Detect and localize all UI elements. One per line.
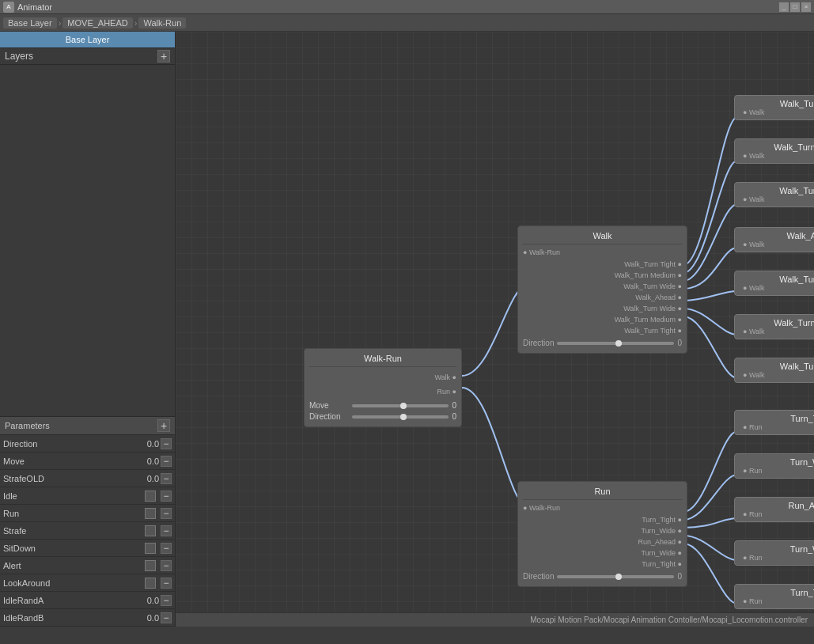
- param-checkbox-run[interactable]: [145, 508, 156, 519]
- state-wtw2-label: Walk_Turn Wide: [743, 275, 814, 284]
- state-turn-wide-1[interactable]: Turn_Wide ● Run: [734, 453, 814, 479]
- walk-direction-value: 0: [677, 339, 682, 347]
- walkrun-move-slider[interactable]: [352, 404, 449, 407]
- param-checkbox-idle[interactable]: [145, 491, 156, 502]
- param-checkbox-lookaround[interactable]: [145, 578, 156, 589]
- state-wtt1-label: Walk_Turn Tight: [743, 99, 814, 108]
- walkrun-dir-label: Direction: [309, 412, 349, 421]
- walk-dir-thumb: [615, 340, 622, 347]
- param-minus-direction[interactable]: −: [161, 438, 172, 449]
- state-wtm1-port: ● Walk: [743, 152, 814, 160]
- state-wtm2-label: Walk_Turn Medium: [743, 318, 814, 328]
- param-minus-idlerandb[interactable]: −: [161, 612, 172, 623]
- run-blend-node[interactable]: Run ● Walk-Run Turn_Tight ● Turn_Wide ● …: [517, 481, 687, 587]
- param-value-direction[interactable]: 0.0: [129, 439, 159, 449]
- maximize-button[interactable]: □: [790, 2, 800, 12]
- breadcrumb-base-layer[interactable]: Base Layer: [3, 17, 57, 28]
- state-tw1-label: Turn_Wide: [743, 457, 814, 467]
- run-direction-label: Direction: [523, 572, 554, 581]
- state-walk-turn-tight-2[interactable]: Walk_Turn Tight ● Walk: [734, 358, 814, 383]
- param-minus-strafeold[interactable]: −: [161, 473, 172, 484]
- walk-direction-row: Direction 0: [523, 339, 682, 347]
- state-tt1-label: Turn_Tight: [743, 414, 814, 423]
- param-value-strafeold[interactable]: 0.0: [129, 474, 159, 483]
- param-name-lookaround: LookAround: [3, 578, 145, 588]
- parameters-header: Parameters +: [0, 417, 175, 435]
- param-minus-idle[interactable]: −: [161, 491, 172, 502]
- add-parameter-button[interactable]: +: [157, 419, 170, 432]
- walkrun-move-label: Move: [309, 401, 349, 410]
- state-walk-turn-wide-2[interactable]: Walk_Turn Wide ● Walk: [734, 271, 814, 296]
- param-minus-run[interactable]: −: [161, 508, 172, 519]
- param-value-idleranda[interactable]: 0.0: [129, 596, 159, 605]
- param-name-idlerandb: IdleRandB: [3, 613, 129, 623]
- param-row-sitdown: SitDown −: [0, 540, 175, 557]
- state-wtm2-port: ● Walk: [743, 328, 814, 335]
- param-minus-lookaround[interactable]: −: [161, 578, 172, 589]
- state-run-ahead[interactable]: Run_Ahead ● Run: [734, 497, 814, 522]
- param-checkbox-sitdown[interactable]: [145, 543, 156, 554]
- walkrun-param-direction: Direction 0: [309, 412, 456, 421]
- walkrun-port-run: Run ●: [309, 385, 456, 399]
- state-turn-tight-1[interactable]: Turn_Tight ● Run: [734, 410, 814, 435]
- left-panel: Base Layer Layers + Parameters + Directi…: [0, 32, 176, 627]
- param-row-direction: Direction 0.0 −: [0, 435, 175, 453]
- param-minus-alert[interactable]: −: [161, 560, 172, 571]
- state-wahead-port: ● Walk: [743, 241, 814, 248]
- param-name-run: Run: [3, 509, 145, 518]
- param-minus-idleranda[interactable]: −: [161, 595, 172, 606]
- param-row-move: Move 0.0 −: [0, 453, 175, 470]
- param-row-alert: Alert −: [0, 557, 175, 574]
- close-button[interactable]: ×: [801, 2, 811, 12]
- walk-port-left: ● Walk-Run: [523, 246, 682, 259]
- run-dir-thumb: [615, 574, 622, 580]
- run-direction-row: Direction 0: [523, 572, 682, 581]
- app-icon: A: [3, 2, 14, 13]
- breadcrumb-move-ahead[interactable]: MOVE_AHEAD: [62, 17, 132, 28]
- breadcrumb-sep-2: ›: [134, 18, 138, 28]
- param-checkbox-strafe[interactable]: [145, 525, 156, 536]
- param-value-move[interactable]: 0.0: [129, 456, 159, 466]
- walk-direction-slider[interactable]: [557, 342, 674, 345]
- state-walk-turn-medium-2[interactable]: Walk_Turn Medium ● Walk: [734, 314, 814, 339]
- walk-blend-node[interactable]: Walk ● Walk-Run Walk_Turn Tight ● Walk_T…: [517, 225, 687, 354]
- title-bar: A Animator _ □ ×: [0, 0, 814, 14]
- param-checkbox-alert[interactable]: [145, 560, 156, 571]
- param-value-idlerandb[interactable]: 0.0: [129, 613, 159, 623]
- walk-port-tw1: Walk_Turn Wide ●: [523, 281, 682, 292]
- param-name-direction: Direction: [3, 439, 129, 449]
- minimize-button[interactable]: _: [779, 2, 789, 12]
- base-layer-button[interactable]: Base Layer: [0, 32, 175, 48]
- layers-label: Layers: [5, 51, 33, 62]
- graph-area[interactable]: Walk-Run Walk ● Run ● Move 0 Direction 0…: [176, 32, 814, 627]
- walkrun-main-node[interactable]: Walk-Run Walk ● Run ● Move 0 Direction 0: [304, 348, 462, 427]
- state-walk-turn-wide-1[interactable]: Walk_Turn Wide ● Walk: [734, 182, 814, 207]
- state-rahead-port: ● Run: [743, 510, 814, 518]
- state-walk-ahead[interactable]: Walk_Ahead ● Walk: [734, 227, 814, 252]
- state-tt2-label: Turn_Tight: [743, 588, 814, 597]
- state-tw2-port: ● Run: [743, 554, 814, 562]
- walk-port-tm2: Walk_Turn Medium ●: [523, 314, 682, 325]
- param-minus-sitdown[interactable]: −: [161, 543, 172, 554]
- breadcrumb-walk-run[interactable]: Walk-Run: [138, 17, 186, 28]
- add-layer-button[interactable]: +: [157, 50, 170, 63]
- walkrun-dir-value: 0: [452, 412, 456, 421]
- state-wtt1-port: ● Walk: [743, 108, 814, 116]
- walk-port-tt2: Walk_Turn Tight ●: [523, 325, 682, 336]
- walkrun-dir-thumb: [400, 414, 407, 420]
- param-name-move: Move: [3, 456, 129, 466]
- state-turn-wide-2[interactable]: Turn_Wide ● Run: [734, 540, 814, 566]
- walkrun-dir-slider[interactable]: [352, 415, 449, 419]
- param-minus-strafe[interactable]: −: [161, 525, 172, 536]
- state-walk-turn-tight-1[interactable]: Walk_Turn Tight ● Walk: [734, 95, 814, 120]
- run-port-ra: Run_Ahead ●: [523, 536, 682, 547]
- param-row-strafeold: StrafeOLD 0.0 −: [0, 470, 175, 487]
- state-turn-tight-2[interactable]: Turn_Tight ● Run: [734, 584, 814, 609]
- param-row-strafe: Strafe −: [0, 522, 175, 540]
- run-direction-slider[interactable]: [557, 575, 674, 578]
- state-wtw2-port: ● Walk: [743, 284, 814, 292]
- state-wtw1-port: ● Walk: [743, 195, 814, 203]
- param-minus-move[interactable]: −: [161, 456, 172, 467]
- run-port-tt1: Turn_Tight ●: [523, 514, 682, 525]
- state-walk-turn-medium-1[interactable]: Walk_Turn Medium ● Walk: [734, 138, 814, 164]
